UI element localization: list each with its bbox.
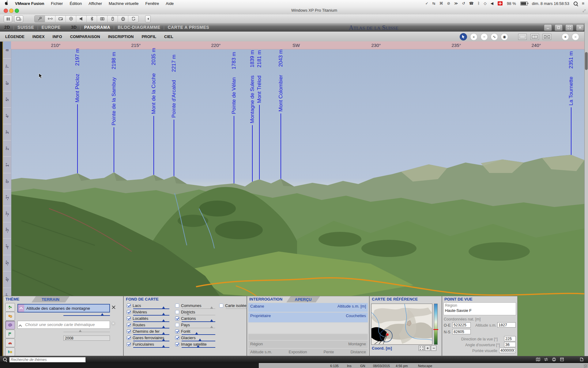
checkbox-districts[interactable] bbox=[175, 310, 179, 314]
checkbox-routes[interactable] bbox=[127, 323, 131, 327]
range-input[interactable] bbox=[499, 348, 516, 353]
nav-item-bloc-diagramme[interactable]: BLOC-DIAGRAMME bbox=[118, 25, 160, 30]
sync-device-icon[interactable] bbox=[128, 16, 138, 22]
layout-dashed-icon[interactable] bbox=[518, 34, 527, 40]
checkbox-pays[interactable] bbox=[175, 323, 179, 327]
transport-icon[interactable] bbox=[5, 339, 15, 347]
secondary-theme-dropdown[interactable]: Choisir une seconde carte thématique bbox=[17, 321, 110, 329]
settings-device-icon[interactable] bbox=[35, 16, 45, 22]
oe-input[interactable] bbox=[452, 322, 471, 328]
save-view-icon[interactable] bbox=[559, 357, 565, 362]
app-minimize-button[interactable] bbox=[544, 24, 552, 31]
menu-item-légende[interactable]: LÉGENDE bbox=[1, 34, 28, 39]
checkbox-communes[interactable] bbox=[175, 304, 179, 308]
map-export-icon[interactable] bbox=[535, 357, 541, 362]
menubar-item[interactable]: Aide bbox=[166, 1, 174, 6]
menu-item-comparaison[interactable]: COMPARAISON bbox=[66, 34, 104, 39]
dropdown-caret-icon[interactable] bbox=[18, 305, 24, 312]
year-field[interactable]: 2008 bbox=[63, 335, 110, 341]
spotlight-icon[interactable] bbox=[574, 2, 578, 6]
phone-icon[interactable]: ☎ bbox=[469, 1, 473, 6]
nav-item-europe[interactable]: EUROPE bbox=[42, 25, 61, 30]
history-forward-icon[interactable]: » bbox=[572, 33, 579, 40]
bluetooth-icon[interactable]: ᛒ bbox=[477, 1, 480, 6]
menubar-item[interactable]: Fichier bbox=[51, 1, 63, 6]
menu-item-inscription[interactable]: INSCRIPTION bbox=[104, 34, 138, 39]
battery-icon[interactable] bbox=[520, 2, 528, 6]
nav-item-carte-a-prismes[interactable]: CARTE A PRISMES bbox=[168, 25, 209, 30]
checkbox-glaciers[interactable] bbox=[175, 336, 179, 340]
zoom-in-tool-icon[interactable]: ＋ bbox=[470, 33, 477, 40]
history-back-icon[interactable]: « bbox=[562, 33, 569, 40]
app-restore-button[interactable] bbox=[555, 24, 563, 31]
input-source-flag-icon[interactable] bbox=[498, 1, 503, 6]
scrollbar-thumb[interactable] bbox=[585, 52, 588, 70]
minimize-traffic-light[interactable] bbox=[9, 9, 13, 13]
menu-item-profil[interactable]: PROFIL bbox=[138, 34, 160, 39]
pointer-tool-icon[interactable] bbox=[460, 33, 467, 40]
tab-terrain[interactable]: TERRAIN bbox=[32, 296, 70, 302]
layout-crossed-icon[interactable] bbox=[543, 34, 551, 40]
checkbox-lacs[interactable] bbox=[127, 304, 131, 308]
checkbox-chemins-de-fer[interactable] bbox=[127, 329, 131, 333]
fast-forward-icon[interactable]: ≫ bbox=[454, 1, 458, 6]
vertical-scrollbar[interactable] bbox=[584, 23, 588, 356]
checkbox-rivières[interactable] bbox=[127, 310, 131, 314]
remove-theme-icon[interactable] bbox=[112, 305, 115, 310]
nav-item-panorama[interactable]: PANORAMA bbox=[84, 25, 110, 30]
checkbox-cantons[interactable] bbox=[175, 316, 179, 320]
checkbox-image-satellite[interactable] bbox=[175, 342, 179, 346]
transfer-icon[interactable] bbox=[543, 357, 549, 362]
zoom-traffic-light[interactable] bbox=[15, 9, 19, 13]
nature-icon[interactable] bbox=[5, 303, 15, 312]
direction-input[interactable] bbox=[504, 336, 516, 341]
close-traffic-light[interactable] bbox=[4, 9, 8, 13]
print-icon[interactable] bbox=[551, 357, 557, 362]
task-check-icon[interactable]: ✓ bbox=[425, 1, 428, 6]
app-maximize-button[interactable] bbox=[565, 24, 573, 31]
checkbox-gares-ferroviaires[interactable] bbox=[127, 336, 131, 340]
menubar-app-name[interactable]: VMware Fusion bbox=[15, 1, 44, 6]
usb-device-icon[interactable] bbox=[107, 16, 118, 22]
menu-item-ciel[interactable]: CIEL bbox=[160, 34, 177, 39]
time-machine-icon[interactable]: ↺ bbox=[462, 1, 465, 6]
population-icon[interactable] bbox=[5, 312, 15, 320]
pause-button[interactable] bbox=[4, 15, 12, 22]
camera-device-icon[interactable] bbox=[97, 16, 107, 22]
airplay-icon[interactable]: ◇ bbox=[484, 1, 487, 6]
environment-icon[interactable] bbox=[5, 321, 15, 329]
mode-2d-badge[interactable]: 2D bbox=[4, 25, 10, 30]
printer-device-icon[interactable] bbox=[118, 16, 128, 22]
checkbox-funiculaires[interactable] bbox=[127, 342, 131, 346]
sound-device-icon[interactable] bbox=[76, 16, 87, 22]
zoom-out-tool-icon[interactable]: − bbox=[481, 33, 488, 40]
theme-search-input[interactable] bbox=[9, 357, 86, 362]
primary-theme-dropdown[interactable]: Altitude des cabanes de montagne bbox=[17, 304, 110, 312]
nav-item-suisse[interactable]: SUISSE bbox=[17, 25, 34, 30]
bluetooth-device-icon[interactable] bbox=[87, 16, 97, 22]
help-page-icon[interactable] bbox=[579, 357, 584, 362]
cdrom-device-icon[interactable] bbox=[66, 16, 76, 22]
checkbox-localités[interactable] bbox=[127, 316, 131, 320]
dropdown-caret-icon[interactable] bbox=[19, 323, 21, 329]
mode-3d-badge[interactable]: 3D bbox=[71, 25, 77, 30]
energy-icon[interactable] bbox=[5, 347, 15, 356]
network-device-icon[interactable] bbox=[45, 16, 55, 22]
menubar-item[interactable]: Édition bbox=[70, 1, 82, 6]
menubar-item[interactable]: Afficher bbox=[89, 1, 102, 6]
toolbar-collapse-button[interactable] bbox=[145, 15, 151, 22]
checkbox-carte-isolée[interactable] bbox=[219, 304, 223, 308]
viewpoint-tool-icon[interactable]: ◉ bbox=[501, 33, 508, 40]
checkbox-forêt[interactable] bbox=[175, 329, 179, 333]
state-icon[interactable] bbox=[5, 330, 15, 338]
fullscreen-icon[interactable]: ⤢ bbox=[582, 9, 586, 13]
layout-split-icon[interactable] bbox=[530, 34, 539, 40]
sync-pages-icon[interactable]: ⇆ bbox=[432, 1, 435, 6]
angle-input[interactable] bbox=[504, 342, 516, 347]
do-not-disturb-icon[interactable]: ⊘ bbox=[447, 1, 450, 6]
command-icon[interactable]: ⌘ bbox=[439, 1, 443, 6]
reference-map[interactable] bbox=[371, 304, 432, 345]
map-zoom-out-button[interactable] bbox=[431, 345, 436, 351]
volume-icon[interactable]: ◀ bbox=[491, 1, 493, 6]
map-zoom-in-button[interactable] bbox=[425, 345, 430, 351]
